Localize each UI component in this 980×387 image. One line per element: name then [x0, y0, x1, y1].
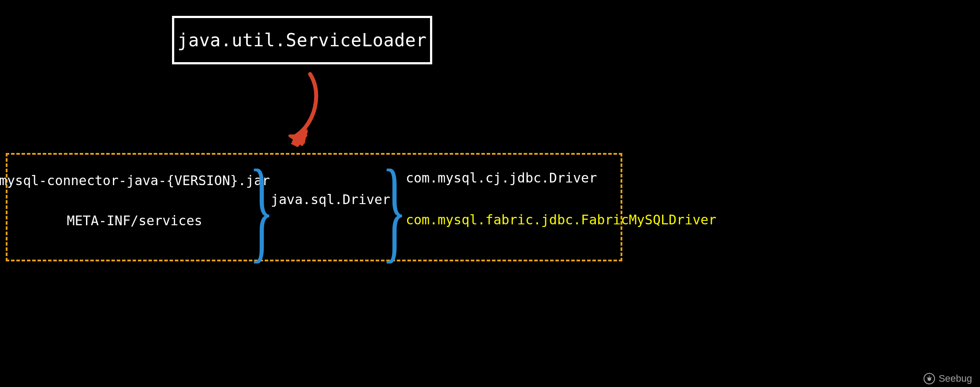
- service-loader-box: java.util.ServiceLoader: [172, 16, 432, 64]
- svg-line-4: [931, 377, 931, 378]
- seebug-logo-icon: [924, 373, 935, 384]
- svg-line-3: [927, 377, 928, 378]
- driver-cj-label: com.mysql.cj.jdbc.Driver: [406, 170, 597, 186]
- right-column: com.mysql.cj.jdbc.Driver com.mysql.fabri…: [406, 170, 716, 227]
- arrow-icon: [248, 66, 337, 154]
- left-column: mysql-connector-java-{VERSION}.jar META-…: [13, 173, 256, 228]
- brace-left-icon: }: [249, 152, 274, 267]
- brace-right-icon: }: [382, 152, 407, 267]
- interface-label: java.sql.Driver: [271, 192, 390, 207]
- driver-fabric-label: com.mysql.fabric.jdbc.FabricMySQLDriver: [406, 212, 716, 227]
- service-loader-label: java.util.ServiceLoader: [177, 30, 426, 50]
- seebug-text: Seebug: [939, 373, 972, 384]
- seebug-watermark: Seebug: [924, 373, 972, 384]
- meta-inf-label: META-INF/services: [67, 213, 202, 228]
- jar-file-label: mysql-connector-java-{VERSION}.jar: [0, 173, 270, 188]
